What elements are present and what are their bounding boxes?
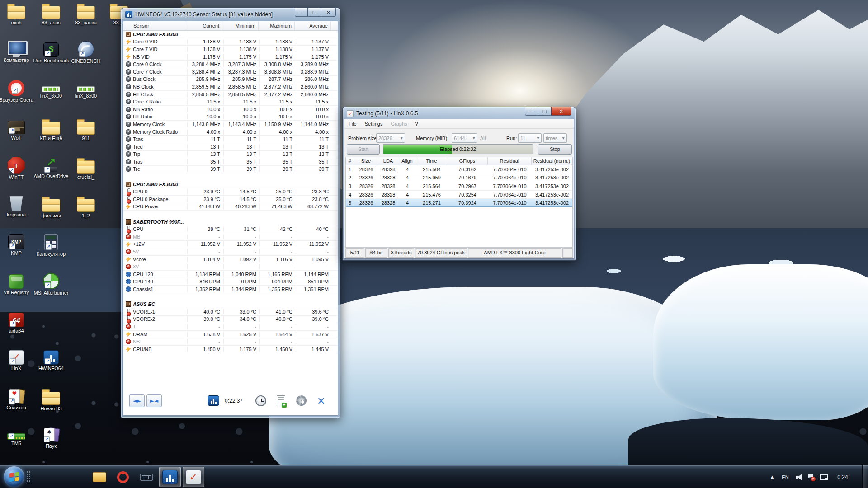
results-column-header[interactable]: Time [416,157,447,165]
desktop-icon-crucial_[interactable]: crucial_ [66,157,106,180]
volume-icon[interactable] [795,465,804,488]
report-icon[interactable] [277,395,285,406]
results-column-header[interactable]: Size [354,157,378,165]
network-icon[interactable] [818,465,828,488]
sensor-row[interactable]: Tcas11 T11 T11 T11 T [123,136,338,143]
desktop-icon-солитер[interactable]: ↗Солитер [0,389,36,411]
desktop-icon-linx[interactable]: ↗LinX [0,350,36,371]
results-row[interactable]: 228326283284215.95970.16797.707064e-0103… [346,174,572,183]
desktop-icon-msi-afterburner[interactable]: ↗MSI Afterburner [31,273,71,296]
desktop-icon-cinebench[interactable]: ↗CINEBENCH [66,41,106,64]
run-units-combo[interactable]: times▼ [543,133,567,143]
taskbar-button-hwinfo[interactable] [159,467,181,487]
sensor-row[interactable]: Memory Clock Ratio4.00 x4.00 x4.00 x4.00… [123,128,338,136]
sensor-row[interactable]: CPU 023.9 °C14.5 °C25.0 °C23.8 °C [123,188,338,196]
sensor-row[interactable]: CPU Power41.063 W40.263 W71.463 W63.772 … [123,203,338,211]
desktop-icon-run-benchmark[interactable]: ↗Run Benchmark [31,41,71,64]
menu-item-settings[interactable]: Settings [361,119,387,128]
sensor-row[interactable]: Trp13 T13 T13 T13 T [123,151,338,159]
sensor-row[interactable]: DRAM1.638 V1.625 V1.644 V1.637 V [123,331,338,338]
results-column-header[interactable]: GFlops [447,157,488,165]
desktop-icon-новая-83[interactable]: Новая 83 [31,389,71,412]
action-center-icon[interactable]: ✕ [807,465,816,488]
gear-icon[interactable] [296,395,307,406]
sensor-row[interactable]: MB---- [123,233,338,241]
results-row[interactable]: 528326283284215.27170.39247.707064e-0103… [346,199,572,207]
sensor-column-header[interactable]: Average [295,21,331,30]
desktop-icon-корзина[interactable]: Корзина [0,196,36,218]
sensor-row[interactable]: CPU 140846 RPM0 RPM904 RPM851 RPM [123,278,338,286]
results-column-header[interactable]: Residual [488,157,532,165]
desktop-icon-vit-registry[interactable]: Vit Registry [0,273,36,296]
sensor-row[interactable]: Vcore1.104 V1.092 V1.116 V1.095 V [123,256,338,263]
sensor-row[interactable]: Tras35 T35 T35 T35 T [123,158,338,166]
menu-item-help[interactable]: ? [411,119,422,128]
sensor-row[interactable]: NB VID1.175 V1.175 V1.175 V1.175 V [123,53,338,61]
problem-size-combo[interactable]: 28326▼ [376,133,405,143]
sensor-row[interactable]: VCORE-140.0 °C33.0 °C41.0 °C39.6 °C [123,308,338,316]
sensor-row[interactable]: NB Ratio10.0 x10.0 x10.0 x10.0 x [123,106,338,113]
sensor-row[interactable]: Trcd13 T13 T13 T13 T [123,143,338,151]
sensor-row[interactable]: Core 7 VID1.138 V1.138 V1.138 V1.137 V [123,46,338,53]
taskbar-button-keyboard[interactable] [136,467,157,487]
close-button[interactable]: ✕ [551,107,571,116]
desktop-icon-tm5[interactable]: ↗TM5 [0,427,36,446]
run-count-combo[interactable]: 11▼ [518,133,542,143]
taskbar-button-explorer[interactable] [89,467,110,487]
results-row[interactable]: 128326283284215.50470.31627.707064e-0103… [346,165,572,174]
sensor-row[interactable]: CPU 0 Package23.9 °C14.5 °C25.0 °C23.8 °… [123,196,338,203]
sensor-row[interactable]: HT Clock2,859.5 MHz2,858.5 MHz2,877.2 MH… [123,91,338,99]
minimize-button[interactable]: — [295,8,308,17]
language-indicator[interactable]: EN [778,465,792,488]
sensor-row[interactable]: CPU/NB1.450 V1.175 V1.450 V1.445 V [123,346,338,353]
desktop-icon-mich[interactable]: mich [0,3,36,26]
sensor-row[interactable]: T---- [123,323,338,331]
toolbar-drag-handle[interactable] [26,471,31,483]
sensor-row[interactable]: Core 7 Clock3,288.4 MHz3,287.3 MHz3,308.… [123,68,338,76]
results-row[interactable]: 428326283284215.47670.32547.707064e-0103… [346,191,572,199]
desktop-icon-компьютер[interactable]: Компьютер [0,41,36,63]
close-sensors-icon[interactable]: ✕ [317,395,325,407]
sensor-row[interactable]: CPU38 °C31 °C42 °C40 °C [123,225,338,233]
desktop-icon-aida64[interactable]: 64↗aida64 [0,311,36,334]
sensor-column-header[interactable]: Sensor [123,21,186,30]
desktop-icon-83_asus[interactable]: 83_asus [31,3,71,26]
sensor-row[interactable]: 5V---- [123,248,338,256]
desktop-icon-паук[interactable]: ↗Паук [31,427,71,449]
sensor-row[interactable]: +12V11.952 V11.952 V11.952 V11.952 V [123,241,338,249]
desktop-icon-калькулятор[interactable]: ↗Калькулятор [31,234,71,257]
maximize-button[interactable]: ▢ [538,107,551,116]
tray-overflow-button[interactable]: ▲ [769,465,776,488]
start-button[interactable]: Start [347,144,380,155]
start-button[interactable] [4,466,24,487]
sensor-row[interactable]: NB---- [123,338,338,346]
sensor-row[interactable]: Memory Clock1,143.8 MHz1,143.4 MHz1,150.… [123,121,338,128]
minimize-button[interactable]: — [525,107,538,116]
desktop-icon-wintt[interactable]: T↗WinTT [0,157,36,180]
desktop-icon-linx_8x00[interactable]: linX_8x00 [66,80,106,99]
sensor-column-header[interactable]: Minimum [222,21,259,30]
desktop-icon-кп-и-ещё[interactable]: КП и Ещё [31,118,71,141]
maximize-button[interactable]: ▢ [308,8,321,17]
sensor-row[interactable]: NB Clock2,859.5 MHz2,858.5 MHz2,877.2 MH… [123,83,338,91]
sensor-row[interactable]: Trc39 T39 T39 T39 T [123,166,338,174]
menu-item-file[interactable]: File [344,119,361,128]
desktop-icon-фильмы[interactable]: фильмы [31,196,71,219]
memory-combo[interactable]: 6144▼ [452,133,477,143]
desktop-icon-kmp[interactable]: KMP↗KMP [0,234,36,256]
stop-button[interactable]: Stop [538,144,572,155]
sensor-row[interactable]: VCORE-239.0 °C34.0 °C40.0 °C39.0 °C [123,316,338,324]
taskbar-button-opera[interactable] [112,467,134,487]
sensor-row[interactable]: Core 0 VID1.138 V1.138 V1.138 V1.137 V [123,38,338,46]
sensors-icon[interactable] [208,395,219,406]
desktop-icon-1_2[interactable]: 1_2 [66,196,106,219]
desktop-icon-amd-overdrive[interactable]: ↗AMD OverDrive [31,157,71,179]
collapse-columns-button[interactable]: ►◄ [146,394,162,407]
nav-back-forward-button[interactable]: ◄► [129,394,145,407]
results-column-header[interactable]: # [346,157,354,165]
show-desktop-button[interactable] [862,465,868,488]
sensor-row[interactable]: Chassis11,352 RPM1,344 RPM1,355 RPM1,351… [123,286,338,293]
results-column-header[interactable]: Align [398,157,416,165]
results-column-header[interactable]: LDA [378,157,398,165]
sensor-row[interactable]: 3V---- [123,263,338,271]
